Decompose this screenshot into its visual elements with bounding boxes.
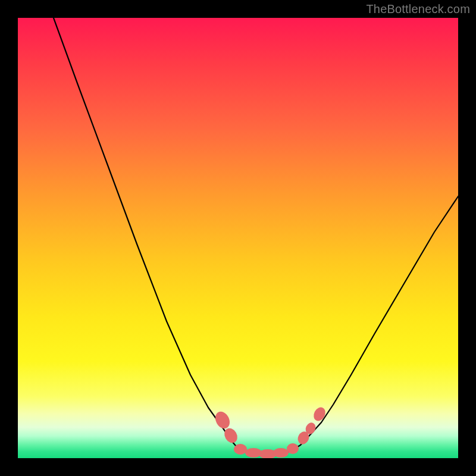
watermark-text: TheBottleneck.com bbox=[366, 2, 470, 16]
valley-marker-1 bbox=[222, 426, 240, 446]
bottleneck-curve bbox=[54, 18, 458, 454]
plot-area bbox=[18, 18, 458, 458]
valley-marker-6 bbox=[287, 443, 299, 454]
valley-marker-2 bbox=[234, 444, 247, 455]
valley-marker-5 bbox=[273, 448, 289, 458]
curve-markers bbox=[212, 405, 327, 458]
valley-marker-9 bbox=[311, 405, 327, 423]
valley-marker-0 bbox=[212, 409, 233, 431]
series-left-curve bbox=[54, 18, 239, 450]
chart-frame: TheBottleneck.com bbox=[0, 0, 476, 476]
curve-layer bbox=[18, 18, 458, 458]
